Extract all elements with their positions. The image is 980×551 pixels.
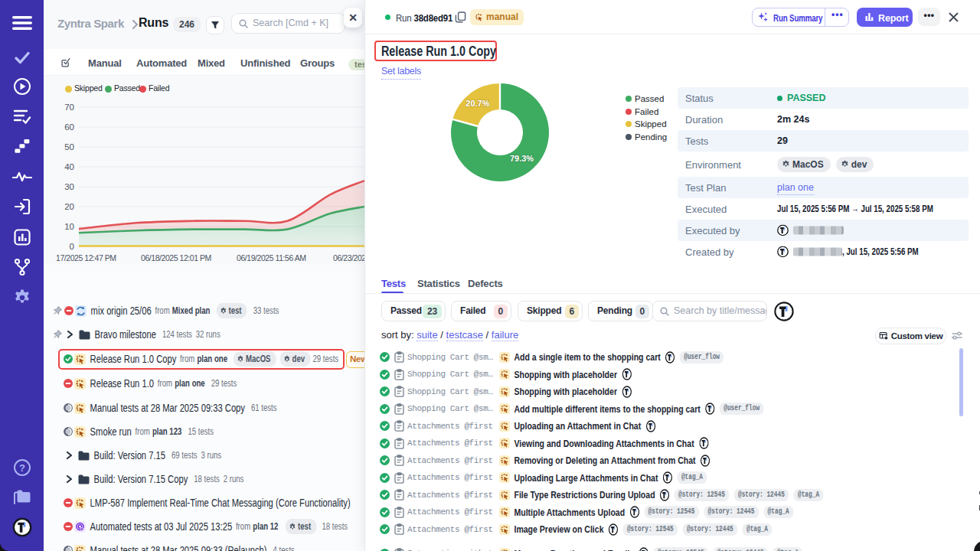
svg-text:79.3%: 79.3% [509,154,533,163]
svg-text:?: ? [19,462,25,474]
svg-text:20.7%: 20.7% [466,99,489,108]
